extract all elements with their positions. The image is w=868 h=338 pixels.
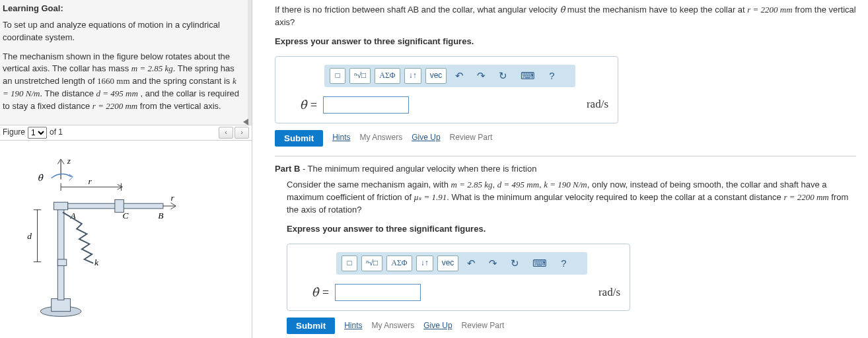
review-part-link[interactable]: Review Part: [450, 132, 493, 143]
part-b-subtitle: - The minimum required angular velocity …: [300, 164, 536, 174]
svg-rect-3: [54, 202, 68, 210]
answer-input-row: θ̇ = rad/s: [297, 284, 620, 301]
undo-button[interactable]: ↶: [462, 255, 480, 271]
figure-label: Figure: [3, 127, 25, 138]
value-unstretched: 1660 mm: [97, 76, 129, 86]
figure-header: Figure 1 of 1 ‹ ›: [0, 125, 252, 141]
svg-text:θ̇: θ̇: [38, 172, 44, 182]
help-button[interactable]: ?: [556, 255, 571, 271]
figure-next-button[interactable]: ›: [235, 127, 249, 139]
svg-text:k: k: [94, 257, 99, 267]
part-a-answer-block: □ ⁿ√□ ΑΣΦ ↓↑ vec ↶ ↷ ↻ ⌨ ? θ̇ = rad/s: [275, 56, 618, 123]
text: . The distance: [40, 88, 96, 98]
text: ,: [493, 180, 497, 189]
value-d: d = 495 mm: [96, 88, 138, 98]
give-up-link[interactable]: Give Up: [423, 320, 452, 331]
part-a-question: If there is no friction between shaft AB…: [275, 4, 856, 29]
mechanism-figure: z θ̇ r r A C: [13, 154, 178, 325]
svg-text:B: B: [158, 211, 163, 220]
part-b-answer-block: □ ⁿ√□ ΑΣΦ ↓↑ vec ↶ ↷ ↻ ⌨ ? θ̇ = rad/s: [287, 244, 630, 311]
template-button[interactable]: □: [342, 255, 357, 271]
text: and the spring constant is: [130, 76, 233, 86]
collapse-icon[interactable]: [243, 119, 248, 125]
answer-lhs: θ̇ =: [285, 96, 318, 114]
keyboard-button[interactable]: ⌨: [516, 68, 540, 84]
value-r: r = 2200 mm: [92, 101, 137, 111]
subscript-superscript-button[interactable]: ↓↑: [404, 68, 421, 84]
answer-units: rad/s: [598, 285, 620, 301]
keyboard-button[interactable]: ⌨: [528, 255, 552, 271]
svg-rect-22: [57, 259, 66, 266]
part-b-title: Part B - The minimum required angular ve…: [275, 163, 856, 176]
part-b-submit-row: Submit Hints My Answers Give Up Review P…: [287, 318, 856, 334]
value-d: d = 495 mm: [497, 180, 539, 189]
figure-select[interactable]: 1: [28, 127, 47, 139]
vec-button[interactable]: vec: [437, 255, 459, 271]
learning-goal-title: Learning Goal:: [3, 3, 242, 15]
root-button[interactable]: ⁿ√□: [349, 68, 371, 84]
learning-goal-panel: Learning Goal: To set up and analyze equ…: [0, 0, 252, 125]
answer-units: rad/s: [587, 96, 608, 113]
equation-toolbar: □ ⁿ√□ ΑΣΦ ↓↑ vec ↶ ↷ ↻ ⌨ ?: [336, 252, 587, 275]
figure-of: of 1: [50, 127, 63, 138]
undo-button[interactable]: ↶: [451, 68, 468, 84]
hints-link[interactable]: Hints: [332, 132, 350, 143]
text: Consider the same mechanism again, with: [287, 180, 451, 189]
review-part-link[interactable]: Review Part: [462, 320, 505, 331]
redo-button[interactable]: ↷: [484, 255, 502, 271]
hints-link[interactable]: Hints: [344, 320, 362, 331]
divider: [275, 156, 856, 156]
redo-button[interactable]: ↷: [472, 68, 490, 84]
reset-button[interactable]: ↻: [494, 68, 512, 84]
text: from the vertical axis.: [137, 101, 221, 111]
svg-rect-1: [52, 298, 71, 311]
part-b-answer-input[interactable]: [335, 284, 421, 301]
equation-toolbar: □ ⁿ√□ ΑΣΦ ↓↑ vec ↶ ↷ ↻ ⌨ ?: [324, 65, 575, 87]
give-up-link[interactable]: Give Up: [412, 132, 440, 143]
submit-button[interactable]: Submit: [287, 318, 335, 334]
my-answers-link[interactable]: My Answers: [360, 132, 403, 143]
part-b-instruction: Express your answer to three significant…: [287, 223, 856, 236]
submit-button[interactable]: Submit: [275, 130, 323, 147]
part-a-instruction: Express your answer to three significant…: [275, 36, 856, 48]
svg-text:r: r: [88, 176, 92, 186]
figure-prev-button[interactable]: ‹: [219, 127, 233, 139]
greek-button[interactable]: ΑΣΦ: [375, 68, 400, 84]
my-answers-link[interactable]: My Answers: [372, 320, 415, 331]
text: must the mechanism have to keep the coll…: [565, 5, 747, 15]
part-a-submit-row: Submit Hints My Answers Give Up Review P…: [275, 130, 856, 147]
part-b-label: Part B: [275, 164, 300, 174]
learning-goal-text: To set up and analyze equations of motio…: [3, 19, 242, 44]
part-b-question: Consider the same mechanism again, with …: [287, 179, 856, 217]
answer-input-row: θ̇ = rad/s: [285, 96, 608, 114]
value-r: r = 2200 mm: [783, 192, 828, 202]
value-m: m = 2.85 kg: [451, 180, 493, 189]
reset-button[interactable]: ↻: [506, 255, 524, 271]
value-mu: μₛ = 1.91: [414, 192, 447, 202]
svg-text:r: r: [170, 193, 174, 203]
template-button[interactable]: □: [330, 68, 345, 84]
answer-lhs: θ̇ =: [297, 284, 330, 301]
problem-description: The mechanism shown in the figure below …: [3, 51, 242, 113]
text: If there is no friction between shaft AB…: [275, 5, 560, 15]
figure-body: z θ̇ r r A C: [0, 141, 252, 338]
value-k: k = 190 N/m: [544, 180, 587, 189]
svg-text:z: z: [67, 155, 71, 165]
help-button[interactable]: ?: [544, 68, 560, 84]
subscript-superscript-button[interactable]: ↓↑: [416, 255, 433, 271]
value-r: r = 2200 mm: [747, 5, 792, 15]
part-a-answer-input[interactable]: [323, 96, 409, 114]
svg-rect-2: [57, 205, 64, 300]
root-button[interactable]: ⁿ√□: [361, 255, 382, 271]
value-m: m = 2.85 kg: [131, 63, 173, 73]
svg-text:d: d: [27, 231, 32, 241]
text: . What is the minimum angular velocity r…: [447, 192, 783, 202]
greek-button[interactable]: ΑΣΦ: [386, 255, 412, 271]
svg-text:C: C: [122, 211, 129, 220]
vec-button[interactable]: vec: [425, 68, 447, 84]
